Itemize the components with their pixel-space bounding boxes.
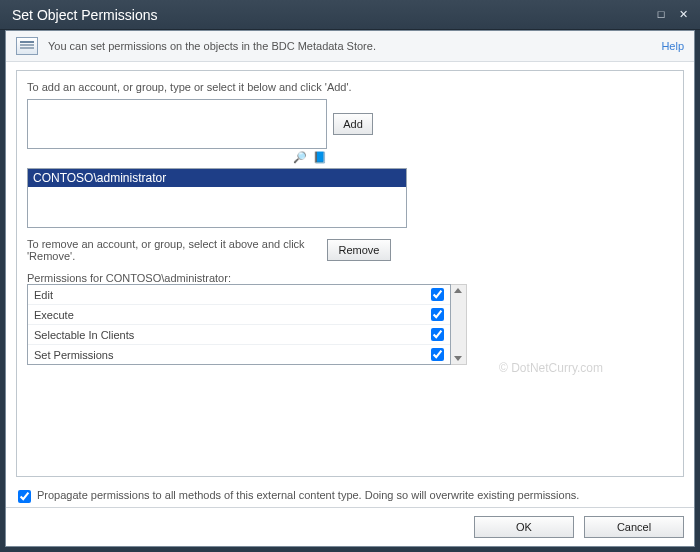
remove-button[interactable]: Remove: [327, 239, 391, 261]
permission-row: Selectable In Clients: [28, 325, 450, 345]
permissions-list: Edit Execute Selectable In Clients Set P…: [27, 284, 451, 365]
window-title: Set Object Permissions: [12, 7, 648, 23]
info-bar: You can set permissions on the objects i…: [6, 31, 694, 62]
help-link[interactable]: Help: [661, 40, 684, 52]
propagate-checkbox[interactable]: [18, 490, 31, 503]
permissions-scrollbar[interactable]: [451, 284, 467, 365]
cancel-button[interactable]: Cancel: [584, 516, 684, 538]
permission-checkbox-selectable[interactable]: [431, 328, 444, 341]
permission-checkbox-edit[interactable]: [431, 288, 444, 301]
remove-hint: To remove an account, or group, select i…: [27, 238, 327, 262]
maximize-icon[interactable]: □: [652, 7, 670, 23]
permission-label: Selectable In Clients: [34, 329, 431, 341]
dialog-footer: OK Cancel: [6, 507, 694, 546]
close-icon[interactable]: ✕: [674, 7, 692, 23]
account-input[interactable]: [27, 99, 327, 149]
permission-label: Edit: [34, 289, 431, 301]
dialog-body: You can set permissions on the objects i…: [5, 30, 695, 547]
check-name-icon[interactable]: 🔎: [293, 151, 307, 163]
watermark: © DotNetCurry.com: [499, 361, 603, 375]
permissions-header: Permissions for CONTOSO\administrator:: [27, 272, 673, 284]
permission-row: Set Permissions: [28, 345, 450, 364]
browse-directory-icon[interactable]: 📘: [313, 151, 327, 163]
store-icon: [16, 37, 38, 55]
title-bar: Set Object Permissions □ ✕: [0, 0, 700, 30]
permission-label: Execute: [34, 309, 431, 321]
info-text: You can set permissions on the objects i…: [48, 40, 661, 52]
permission-row: Edit: [28, 285, 450, 305]
permission-label: Set Permissions: [34, 349, 431, 361]
add-button[interactable]: Add: [333, 113, 373, 135]
propagate-label: Propagate permissions to all methods of …: [37, 489, 579, 501]
account-list[interactable]: CONTOSO\administrator: [27, 168, 407, 228]
permission-row: Execute: [28, 305, 450, 325]
main-panel: To add an account, or group, type or sel…: [16, 70, 684, 477]
permission-checkbox-execute[interactable]: [431, 308, 444, 321]
picker-icons: 🔎 📘: [27, 151, 327, 164]
propagate-row: Propagate permissions to all methods of …: [6, 481, 694, 507]
permission-checkbox-setperm[interactable]: [431, 348, 444, 361]
account-list-item[interactable]: CONTOSO\administrator: [28, 169, 406, 187]
ok-button[interactable]: OK: [474, 516, 574, 538]
add-hint: To add an account, or group, type or sel…: [27, 81, 673, 93]
